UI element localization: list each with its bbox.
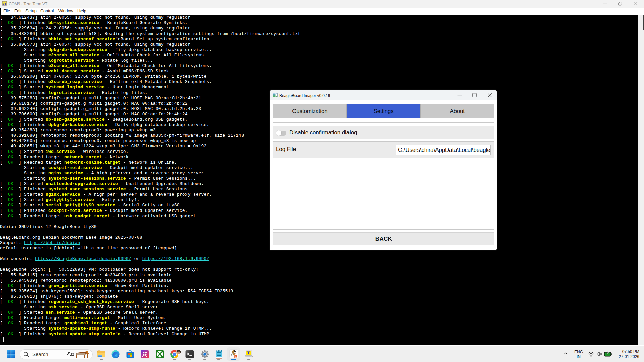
svg-text:VT: VT: [3, 2, 7, 5]
